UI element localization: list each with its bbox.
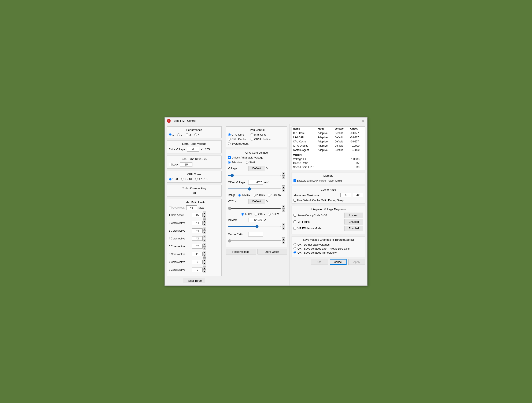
voltage-slider[interactable] (228, 175, 281, 176)
apply-button[interactable]: Apply (348, 259, 365, 265)
core-down-button[interactable]: ▼ (203, 270, 206, 273)
voltage-default-button[interactable]: Default (248, 166, 265, 171)
overclock-checkbox[interactable]: Overclock (169, 206, 185, 209)
vccin-default-button[interactable]: Default (248, 199, 265, 204)
vccin-range-200[interactable]: 2.00 V (255, 213, 266, 216)
core-input[interactable] (192, 252, 203, 256)
cancel-button[interactable]: Cancel (330, 259, 347, 265)
core-input[interactable] (192, 236, 203, 241)
vccin-range-180[interactable]: 1.80 V (241, 213, 252, 216)
core-up-button[interactable]: ▲ (203, 243, 206, 246)
turbo-oc-section: Turbo Overclocking +0 (167, 185, 222, 197)
core-input[interactable] (192, 244, 203, 248)
cores-1-8[interactable]: 1 - 8 (169, 178, 178, 181)
fivr-igpu-unslice[interactable]: iGPU Unslice (251, 137, 270, 141)
lock-check-input[interactable] (169, 163, 171, 166)
vr-efficiency-label-group: VR Efficiency Mode (293, 227, 321, 230)
iccmax-slider[interactable] (228, 226, 281, 227)
app-icon: T (167, 119, 171, 123)
powercut-button[interactable]: Locked (344, 213, 363, 218)
non-turbo-input[interactable] (180, 162, 192, 167)
adaptive-radio[interactable]: Adaptive (228, 161, 242, 164)
save-option-3[interactable]: OK - Save voltages immediately. (293, 251, 363, 254)
info-table-body: CPU Core Adaptive Default -0.0977 Intel … (292, 131, 365, 152)
ok-button[interactable]: OK (311, 259, 328, 265)
range-125[interactable]: 125 mV (238, 194, 250, 197)
reset-turbo-button[interactable]: Reset Turbo (183, 278, 205, 283)
voltage-up-button[interactable]: ▲ (282, 172, 285, 175)
use-default-cache-checkbox[interactable]: Use Default Cache Ratio During Sleep (293, 199, 363, 202)
powercut-checkbox[interactable] (293, 214, 296, 217)
cache-ratio-up-button[interactable]: ▲ (282, 237, 285, 241)
extra-voltage-input[interactable] (187, 147, 199, 152)
iccmax-input[interactable] (248, 218, 263, 222)
reset-voltage-button[interactable]: Reset Voltage (226, 249, 256, 254)
core-input[interactable] (192, 221, 203, 225)
core-up-button[interactable]: ▲ (203, 227, 206, 230)
vr-faults-button[interactable]: Enabled (344, 219, 363, 224)
save-option-1[interactable]: OK - Do not save voltages. (293, 243, 363, 246)
fivr-cpu-core[interactable]: CPU Core (228, 133, 248, 136)
core-down-button[interactable]: ▼ (203, 262, 206, 266)
fivr-intel-gpu[interactable]: Intel GPU (251, 133, 270, 136)
vccin-down-button[interactable]: ▼ (282, 208, 285, 212)
cache-max-input[interactable] (353, 193, 363, 197)
fivr-cpu-cache[interactable]: CPU Cache (228, 137, 248, 141)
vr-efficiency-button[interactable]: Enabled (344, 226, 363, 231)
core-up-button[interactable]: ▲ (203, 219, 206, 223)
cores-9-16[interactable]: 9 - 16 (181, 178, 192, 181)
voltage-down-button[interactable]: ▼ (282, 175, 285, 179)
cache-ratio-down-button[interactable]: ▼ (282, 241, 285, 244)
core-up-button[interactable]: ▲ (203, 235, 206, 238)
cache-min-input[interactable] (340, 193, 351, 197)
iccmax-up-button[interactable]: ▲ (282, 223, 285, 226)
vr-efficiency-label: VR Efficiency Mode (298, 227, 321, 230)
disable-lock-checkbox[interactable]: Disable and Lock Turbo Power Limits (293, 179, 363, 182)
core-input[interactable] (192, 267, 203, 272)
core-input[interactable] (192, 213, 203, 217)
fivr-system-agent[interactable]: System Agent (228, 142, 248, 145)
unlock-checkbox[interactable]: Unlock Adjustable Voltage (228, 156, 285, 159)
core-down-button[interactable]: ▼ (203, 239, 206, 242)
vr-efficiency-checkbox[interactable] (293, 227, 296, 230)
offset-voltage-input[interactable] (248, 180, 263, 185)
vccin-spin-group: ▲ ▼ (282, 205, 285, 212)
vccin-slider[interactable] (228, 208, 281, 209)
perf-option-3[interactable]: 3 (186, 133, 191, 136)
perf-option-1[interactable]: 1 (169, 133, 174, 136)
static-radio[interactable]: Static (246, 161, 256, 164)
cache-ratio-mid-input[interactable] (248, 232, 263, 236)
core-down-button[interactable]: ▼ (203, 215, 206, 218)
core-input[interactable] (192, 260, 203, 264)
iccmax-down-button[interactable]: ▼ (282, 227, 285, 230)
core-input[interactable] (192, 229, 203, 233)
core-up-button[interactable]: ▲ (203, 266, 206, 270)
vr-faults-label: VR Faults (298, 220, 310, 223)
core-down-button[interactable]: ▼ (203, 223, 206, 226)
table-row: 3 Cores Active ▲ ▼ (169, 227, 220, 234)
lock-checkbox[interactable]: Lock (169, 163, 178, 166)
cell-voltage: Default (333, 144, 349, 148)
core-down-button[interactable]: ▼ (203, 254, 206, 258)
close-button[interactable]: ✕ (361, 119, 365, 123)
core-down-button[interactable]: ▼ (203, 246, 206, 250)
vccin-range-230[interactable]: 2.30 V (268, 213, 279, 216)
cache-ratio-slider[interactable] (228, 241, 281, 241)
zero-offset-button[interactable]: Zero Offset (258, 249, 287, 254)
range-250[interactable]: 250 mV (253, 194, 265, 197)
vccin-up-button[interactable]: ▲ (282, 205, 285, 208)
core-up-button[interactable]: ▲ (203, 251, 206, 254)
save-option-2[interactable]: OK - Save voltages after ThrottleStop ex… (293, 247, 363, 250)
offset-down-button[interactable]: ▼ (282, 189, 285, 192)
core-up-button[interactable]: ▲ (203, 211, 206, 215)
core-up-button[interactable]: ▲ (203, 258, 206, 262)
offset-slider[interactable] (228, 188, 281, 189)
cores-17-18[interactable]: 17 - 18 (195, 178, 207, 181)
perf-option-4[interactable]: 4 (194, 133, 199, 136)
vr-faults-checkbox[interactable] (293, 220, 296, 223)
overclock-input[interactable] (186, 205, 197, 210)
core-down-button[interactable]: ▼ (203, 231, 206, 234)
perf-option-2[interactable]: 2 (177, 133, 182, 136)
range-1000[interactable]: 1000 mV (268, 194, 281, 197)
offset-up-button[interactable]: ▲ (282, 185, 285, 189)
